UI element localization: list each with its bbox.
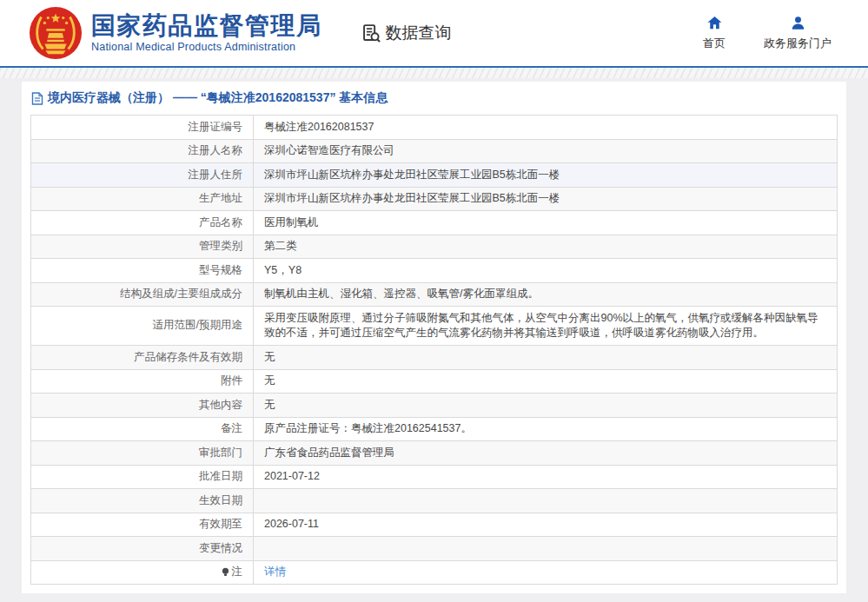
row-value: 原产品注册证号：粤械注准20162541537。 xyxy=(254,417,838,441)
row-label: 管理类别 xyxy=(31,235,254,259)
row-label: 产品名称 xyxy=(31,211,254,235)
row-value: 制氧机由主机、湿化箱、遥控器、吸氧管/雾化面罩组成。 xyxy=(254,282,838,307)
table-row: 注册人名称深圳心诺智造医疗有限公司 xyxy=(31,139,838,163)
row-label: 注 xyxy=(31,560,254,585)
table-row: 其他内容无 xyxy=(31,394,838,418)
row-value: 无 xyxy=(254,394,838,418)
national-emblem-icon xyxy=(29,6,83,60)
data-query-icon xyxy=(361,23,381,43)
site-header: 国家药品监督管理局 National Medical Products Admi… xyxy=(0,0,868,68)
row-value: 深圳心诺智造医疗有限公司 xyxy=(254,139,838,163)
row-label: 附件 xyxy=(31,369,254,394)
row-label: 注册人名称 xyxy=(31,139,254,163)
row-label: 其他内容 xyxy=(31,394,254,418)
row-value xyxy=(254,489,838,513)
row-label: 生产地址 xyxy=(31,187,254,211)
row-value: 第二类 xyxy=(254,235,838,259)
table-row: 附件无 xyxy=(31,369,838,394)
row-value: 粤械注准20162081537 xyxy=(254,116,838,140)
page-title: 境内医疗器械（注册） —— “粤械注准20162081537” 基本信息 xyxy=(48,90,388,106)
row-label: 型号规格 xyxy=(31,259,254,283)
row-label: 生效日期 xyxy=(31,489,254,513)
row-label: 有效期至 xyxy=(31,513,254,537)
row-label: 产品储存条件及有效期 xyxy=(31,346,254,370)
row-value: 广东省食品药品监督管理局 xyxy=(254,441,838,466)
row-value: 深圳市坪山新区坑梓办事处龙田社区莹展工业园B5栋北面一楼 xyxy=(254,187,838,211)
row-label: 注册证编号 xyxy=(31,116,254,140)
row-label: 结构及组成/主要组成成分 xyxy=(31,282,254,307)
nav-portal[interactable]: 政务服务门户 xyxy=(764,15,832,51)
row-value: 无 xyxy=(254,346,838,370)
row-label: 适用范围/预期用途 xyxy=(31,307,254,346)
data-query-label: 数据查询 xyxy=(386,22,452,44)
table-row: 适用范围/预期用途采用变压吸附原理、通过分子筛吸附氮气和其他气体，从空气中分离出… xyxy=(31,307,838,346)
user-icon xyxy=(790,15,806,31)
table-row: 有效期至2026-07-11 xyxy=(31,513,838,537)
home-icon xyxy=(706,15,723,31)
table-row: 审批部门广东省食品药品监督管理局 xyxy=(31,441,838,466)
row-value: Y5，Y8 xyxy=(254,259,838,283)
row-value: 采用变压吸附原理、通过分子筛吸附氮气和其他气体，从空气中分离出90%以上的氧气，… xyxy=(254,307,838,346)
brand: 国家药品监督管理局 National Medical Products Admi… xyxy=(29,6,322,60)
nav-portal-label: 政务服务门户 xyxy=(764,36,832,51)
row-value: 详情 xyxy=(254,560,838,585)
table-row: 注册证编号粤械注准20162081537 xyxy=(31,116,838,140)
info-table: 注册证编号粤械注准20162081537注册人名称深圳心诺智造医疗有限公司注册人… xyxy=(30,115,838,585)
table-row: 生效日期 xyxy=(31,489,838,513)
agency-title-block: 国家药品监督管理局 National Medical Products Admi… xyxy=(91,13,322,53)
row-label: 变更情况 xyxy=(31,537,254,561)
row-value: 医用制氧机 xyxy=(254,211,838,235)
agency-name-en: National Medical Products Administration xyxy=(91,41,322,53)
row-value: 2026-07-11 xyxy=(254,513,838,537)
table-row: 备注原产品注册证号：粤械注准20162541537。 xyxy=(31,417,838,441)
info-table-body: 注册证编号粤械注准20162081537注册人名称深圳心诺智造医疗有限公司注册人… xyxy=(31,116,838,585)
header-divider-texture xyxy=(0,68,868,78)
page-title-bar: 境内医疗器械（注册） —— “粤械注准20162081537” 基本信息 xyxy=(22,82,846,113)
row-label: 审批部门 xyxy=(31,441,254,466)
info-table-wrap: 注册证编号粤械注准20162081537注册人名称深圳心诺智造医疗有限公司注册人… xyxy=(22,113,846,586)
note-icon xyxy=(221,567,230,577)
table-row: 批准日期2021-07-12 xyxy=(31,465,838,489)
row-value: 2021-07-12 xyxy=(254,465,838,489)
table-row: 型号规格Y5，Y8 xyxy=(31,259,838,283)
document-icon xyxy=(31,92,43,105)
detail-link[interactable]: 详情 xyxy=(264,566,286,578)
agency-name-cn: 国家药品监督管理局 xyxy=(91,13,322,38)
page: 国家药品监督管理局 National Medical Products Admi… xyxy=(0,0,868,602)
nav-home-label: 首页 xyxy=(703,36,726,51)
table-row: 变更情况 xyxy=(31,537,838,561)
table-row: 注册人住所深圳市坪山新区坑梓办事处龙田社区莹展工业园B5栋北面一楼 xyxy=(31,163,838,188)
data-query-nav[interactable]: 数据查询 xyxy=(361,22,452,44)
nav-home[interactable]: 首页 xyxy=(703,15,726,51)
row-label: 注册人住所 xyxy=(31,163,254,188)
table-row: 产品储存条件及有效期无 xyxy=(31,346,838,370)
table-row: 生产地址深圳市坪山新区坑梓办事处龙田社区莹展工业园B5栋北面一楼 xyxy=(31,187,838,211)
row-label: 批准日期 xyxy=(31,465,254,489)
row-value: 深圳市坪山新区坑梓办事处龙田社区莹展工业园B5栋北面一楼 xyxy=(254,163,838,188)
content-card: 境内医疗器械（注册） —— “粤械注准20162081537” 基本信息 注册证… xyxy=(22,82,846,593)
row-value: 无 xyxy=(254,369,838,394)
table-row: 产品名称医用制氧机 xyxy=(31,211,838,235)
table-row: 注详情 xyxy=(31,560,838,585)
row-value xyxy=(254,537,838,561)
row-label: 备注 xyxy=(31,417,254,441)
header-nav: 首页 政务服务门户 xyxy=(703,15,832,51)
table-row: 管理类别第二类 xyxy=(31,235,838,259)
table-row: 结构及组成/主要组成成分制氧机由主机、湿化箱、遥控器、吸氧管/雾化面罩组成。 xyxy=(31,282,838,307)
